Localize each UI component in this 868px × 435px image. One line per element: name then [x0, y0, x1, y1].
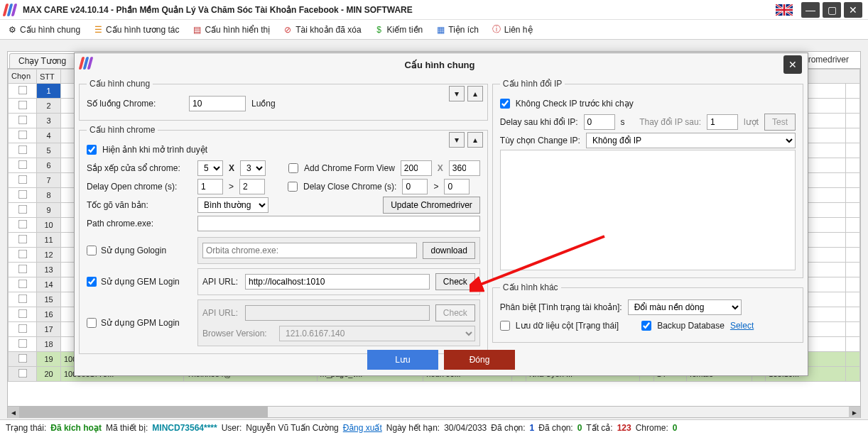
logout-link[interactable]: Đăng xuất	[343, 423, 382, 433]
close-window-button[interactable]: ✕	[844, 2, 862, 18]
orbita-path-input	[202, 243, 417, 258]
toolbar-interact[interactable]: ☰Cấu hình tương tác	[93, 25, 179, 35]
status-chosen2: 0	[577, 423, 582, 433]
gologin-checkbox[interactable]	[87, 246, 97, 255]
chevron-down-icon[interactable]: ▾	[449, 86, 465, 101]
main-toolbar: ⚙Cấu hình chung ☰Cấu hình tương tác ▤Cấu…	[0, 20, 868, 40]
gologin-label: Sử dụng Gologin	[101, 246, 166, 255]
typing-speed-select[interactable]: Bình thường	[197, 197, 268, 213]
row-checkbox[interactable]	[18, 354, 27, 363]
row-checkbox[interactable]	[18, 116, 27, 125]
changeip-label: Tùy chọn Change IP:	[500, 136, 580, 145]
backup-checkbox[interactable]	[641, 321, 651, 331]
form-h-input[interactable]	[449, 160, 480, 176]
modal-title: Cấu hình chung	[96, 60, 783, 70]
row-checkbox[interactable]	[18, 369, 27, 378]
row-checkbox[interactable]	[18, 131, 27, 140]
update-chromedriver-button[interactable]: Update Chromedriver	[383, 197, 480, 214]
ip-threshold-input[interactable]	[707, 114, 738, 130]
save-col-checkbox[interactable]	[500, 321, 510, 331]
modal-close-button[interactable]: ✕	[783, 55, 802, 74]
arrange-cols-select[interactable]: 5	[197, 160, 223, 176]
chevron-down-icon[interactable]: ▾	[449, 132, 465, 148]
row-checkbox[interactable]	[18, 220, 27, 229]
delay-close-checkbox[interactable]	[288, 182, 298, 192]
ip-threshold-label: Thay đổi IP sau:	[639, 117, 701, 127]
arrange-rows-select[interactable]: 3	[240, 160, 266, 176]
delay-ip-label: Delay sau khi đổi IP:	[500, 117, 578, 127]
formview-checkbox[interactable]	[288, 163, 298, 173]
threads-unit: Luồng	[251, 99, 276, 109]
formview-label: Add Chrome Form View	[304, 163, 395, 173]
delay-close-b[interactable]	[444, 179, 470, 194]
status-chosen-label: Đã chọn:	[491, 423, 525, 433]
diff-select[interactable]: Đổi màu nền dòng	[628, 299, 742, 315]
ip-threshold-unit: lượt	[744, 117, 759, 127]
row-checkbox[interactable]	[18, 160, 27, 170]
select-backup-link[interactable]: Select	[730, 321, 754, 331]
row-checkbox[interactable]	[18, 175, 27, 185]
save-button[interactable]: Lưu	[367, 350, 438, 370]
maximize-button[interactable]: ▢	[823, 2, 841, 18]
nocheck-ip-checkbox[interactable]	[500, 99, 510, 109]
test-ip-button[interactable]: Test	[764, 114, 796, 131]
toolbar-general[interactable]: ⚙Cấu hình chung	[7, 25, 80, 35]
check-button[interactable]: Check	[435, 273, 475, 290]
toolbar-deleted[interactable]: ⊘Tài khoản đã xóa	[283, 25, 361, 35]
display-icon: ▤	[192, 25, 202, 35]
horizontal-scrollbar[interactable]: ◄ ►	[8, 406, 860, 417]
delay-ip-input[interactable]	[584, 114, 615, 130]
status-chosen2-label: Đã chọn:	[538, 423, 573, 433]
api-url2-label: API URL:	[202, 308, 239, 318]
row-checkbox[interactable]	[18, 190, 27, 199]
col-select[interactable]: Chọn	[9, 70, 37, 84]
path-chrome-input[interactable]	[197, 216, 480, 231]
gpm-login-label: Sử dụng GPM Login	[101, 318, 180, 328]
browser-version-label: Browser Version:	[202, 329, 273, 338]
row-checkbox[interactable]	[18, 324, 27, 334]
col-index[interactable]: STT	[37, 70, 61, 84]
chevron-up-icon[interactable]: ▴	[467, 86, 483, 101]
api-url-input[interactable]	[245, 274, 430, 290]
row-checkbox[interactable]	[18, 86, 27, 95]
row-checkbox[interactable]	[18, 101, 27, 110]
gpm-login-checkbox[interactable]	[87, 318, 97, 328]
download-button[interactable]: download	[423, 242, 474, 259]
minimize-button[interactable]: —	[801, 2, 820, 18]
scroll-left-icon[interactable]: ◄	[8, 407, 19, 418]
gem-login-checkbox[interactable]	[87, 277, 97, 287]
flag-icon[interactable]	[776, 4, 793, 16]
chromedriver-label[interactable]: romedriver	[808, 55, 849, 65]
row-checkbox[interactable]	[18, 294, 27, 304]
row-checkbox[interactable]	[18, 235, 27, 244]
status-chrome: 0	[673, 423, 678, 433]
row-checkbox[interactable]	[18, 250, 27, 259]
toolbar-contact[interactable]: ⓘLiên hệ	[492, 25, 533, 35]
row-checkbox[interactable]	[18, 309, 27, 319]
row-checkbox[interactable]	[18, 339, 27, 348]
toolbar-util[interactable]: ▦Tiện ích	[435, 25, 479, 35]
threads-input[interactable]	[189, 96, 246, 111]
row-checkbox[interactable]	[18, 280, 27, 289]
backup-label: Backup Database	[657, 321, 725, 331]
form-w-input[interactable]	[401, 160, 432, 176]
delay-open-a[interactable]	[197, 179, 223, 194]
changeip-select[interactable]: Không đổi IP	[586, 133, 796, 148]
delay-close-a[interactable]	[402, 179, 428, 194]
row-checkbox[interactable]	[18, 145, 27, 155]
toolbar-display[interactable]: ▤Cấu hình hiển thị	[192, 25, 270, 35]
chevron-up-icon[interactable]: ▴	[467, 132, 483, 148]
row-checkbox[interactable]	[18, 265, 27, 274]
close-button[interactable]: Đóng	[444, 350, 515, 370]
toolbar-earn[interactable]: $Kiếm tiền	[374, 25, 423, 35]
tab-run[interactable]: Chạy Tương	[9, 53, 75, 68]
scroll-right-icon[interactable]: ►	[849, 407, 860, 418]
app-title: MAX CARE v24.10.14 - Phần Mềm Quản Lý Và…	[23, 5, 776, 15]
row-checkbox[interactable]	[18, 205, 27, 214]
legend-ip: Cấu hình đổi IP	[500, 79, 565, 89]
status-total-label: Tất cả:	[586, 423, 612, 433]
show-image-checkbox[interactable]	[87, 145, 97, 155]
delay-open-b[interactable]	[239, 179, 265, 194]
delay-close-label: Delay Close Chrome (s):	[303, 182, 396, 192]
app-logo-icon	[4, 3, 18, 17]
